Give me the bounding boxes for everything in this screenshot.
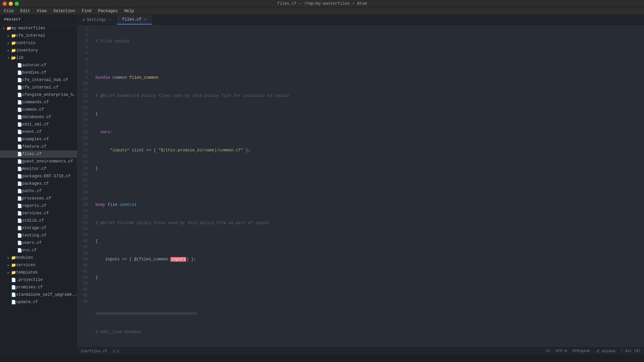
- sidebar-item-examples[interactable]: 📄 examples.cf: [0, 136, 77, 143]
- sidebar-item-edit_xml[interactable]: 📄 edit_xml.cf: [0, 121, 77, 128]
- sidebar-item-standalone[interactable]: 📄 standalone_self_upgrade.cf: [0, 291, 77, 298]
- sidebar-item-cfengine_enterprise[interactable]: 📄 cfengine_enterprise_hub_ha.cf: [0, 91, 77, 99]
- file-icon: 📄: [11, 285, 16, 290]
- statusbar-github[interactable]: ⎇ GitHub: [595, 349, 615, 353]
- code-line-10: body file control: [95, 202, 644, 208]
- file-icon: 📄: [17, 93, 22, 98]
- sidebar-item-paths[interactable]: 📄 paths.cf: [0, 187, 77, 195]
- close-window-button[interactable]: [3, 2, 7, 6]
- statusbar-git[interactable]: ↑ Git (0): [621, 349, 641, 353]
- sidebar: Project ▾ 📁 my-masterfiles ▸ 📁 cfe_inter…: [0, 15, 77, 355]
- sidebar-label-commands: commands.cf: [22, 100, 77, 105]
- sidebar-label-cfe_internal: cfe_internal: [16, 33, 77, 38]
- sidebar-item-services-folder[interactable]: ▸ 📁 services: [0, 261, 77, 269]
- sidebar-item-testing[interactable]: 📄 testing.cf: [0, 232, 77, 239]
- statusbar-charset[interactable]: UTF-8: [556, 349, 567, 353]
- chevron-down-icon: ▾: [6, 56, 11, 61]
- menu-packages[interactable]: Packages: [97, 8, 119, 14]
- sidebar-label-paths: paths.cf: [22, 189, 77, 193]
- menu-selection[interactable]: Selection: [52, 8, 76, 14]
- code-editor[interactable]: # Files bodies bundle common files_commo…: [91, 25, 644, 347]
- sidebar-item-root[interactable]: ▾ 📁 my-masterfiles: [0, 25, 77, 32]
- sidebar-label-standalone: standalone_self_upgrade.cf: [16, 292, 77, 297]
- sidebar-item-templates[interactable]: ▸ 📁 templates: [0, 269, 77, 276]
- file-icon: 📄: [17, 196, 22, 201]
- code-line-9: [95, 184, 644, 190]
- code-line-2: [95, 57, 644, 63]
- sidebar-item-monitor[interactable]: 📄 monitor.cf: [0, 165, 77, 173]
- code-line-13: inputs => { @(files_common.inputs) };: [95, 256, 644, 262]
- code-line-7: "inputs" slist => { "$(this.promise_dirn…: [95, 147, 644, 153]
- menu-edit[interactable]: Edit: [19, 8, 32, 14]
- code-line-4: # @brief Enumerate policy files used by …: [95, 93, 644, 99]
- sidebar-item-lib[interactable]: ▾ 📂 lib: [0, 54, 77, 62]
- sidebar-item-update[interactable]: 📄 update.cf: [0, 298, 77, 306]
- sidebar-label-stdlib: stdlib.cf: [22, 218, 77, 223]
- sidebar-item-cfe_internal[interactable]: ▸ 📁 cfe_internal: [0, 32, 77, 39]
- sidebar-item-stdlib[interactable]: 📄 stdlib.cf: [0, 217, 77, 224]
- tab-settings-close[interactable]: ✕: [109, 17, 111, 22]
- settings-icon: ⚙: [83, 18, 85, 22]
- sidebar-item-cfe_internal_hub[interactable]: 📄 cfe_internal_hub.cf: [0, 76, 77, 84]
- statusbar-right: LF UTF-8 CFEngine ⎇ GitHub ↑ Git (0): [546, 349, 641, 353]
- sidebar-item-files[interactable]: 📄 files.cf: [0, 150, 77, 158]
- menu-find[interactable]: Find: [80, 8, 93, 14]
- sidebar-label-lib: lib: [16, 56, 77, 60]
- tab-files-cf-close[interactable]: ✕: [144, 17, 147, 22]
- sidebar-item-commands[interactable]: 📄 commands.cf: [0, 99, 77, 106]
- sidebar-item-databases[interactable]: 📄 databases.cf: [0, 113, 77, 121]
- statusbar-grammar[interactable]: CFEngine: [572, 349, 590, 353]
- sidebar-label-cfengine_enterprise: cfengine_enterprise_hub_ha.cf: [22, 93, 77, 97]
- sidebar-item-controls[interactable]: ▸ 📁 controls: [0, 39, 77, 47]
- maximize-window-button[interactable]: [15, 2, 19, 6]
- sidebar-item-feature[interactable]: 📄 feature.cf: [0, 143, 77, 150]
- sidebar-item-modules[interactable]: ▸ 📁 modules: [0, 254, 77, 261]
- sidebar-item-storage[interactable]: 📄 storage.cf: [0, 224, 77, 232]
- menu-view[interactable]: View: [36, 8, 48, 14]
- sidebar-item-processes[interactable]: 📄 processes.cf: [0, 195, 77, 202]
- sidebar-item-projectile[interactable]: 📄 .projectile: [0, 276, 77, 284]
- sidebar-item-packages-ent[interactable]: 📄 packages-ENT-3719.cf: [0, 173, 77, 180]
- sidebar-label-files: files.cf: [22, 152, 77, 156]
- tab-files-cf[interactable]: files.cf ✕: [117, 15, 152, 25]
- sidebar-item-guest_environments[interactable]: 📄 guest_environments.cf: [0, 158, 77, 165]
- sidebar-item-common[interactable]: 📄 common.cf: [0, 106, 77, 113]
- file-icon: 📄: [17, 174, 22, 179]
- code-line-12: {: [95, 238, 644, 244]
- sidebar-label-promises: promises.cf: [16, 285, 77, 290]
- menu-help[interactable]: Help: [123, 8, 135, 14]
- titlebar: files.cf — /tmp/my-masterfiles — Atom: [0, 0, 644, 7]
- sidebar-item-inventory[interactable]: ▸ 📁 inventory: [0, 47, 77, 54]
- chevron-right-icon: ▸: [6, 33, 11, 38]
- file-icon: 📄: [17, 107, 22, 112]
- sidebar-item-packages[interactable]: 📄 packages.cf: [0, 180, 77, 187]
- sidebar-label-cfe_internal_cf: cfe_internal.cf: [22, 85, 77, 90]
- editor-content[interactable]: 1 2 3 4 5 6 7 8 9 10 11 12 13 14 15 16 1…: [77, 25, 644, 347]
- sidebar-item-vcs[interactable]: 📄 vcs.cf: [0, 247, 77, 254]
- window-title: files.cf — /tmp/my-masterfiles — Atom: [277, 1, 367, 6]
- file-icon: 📄: [17, 248, 22, 253]
- sidebar-label-edit_xml: edit_xml.cf: [22, 122, 77, 127]
- tab-settings[interactable]: ⚙ Settings ✕: [77, 15, 117, 25]
- titlebar-window-controls[interactable]: [3, 2, 19, 6]
- sidebar-item-promises[interactable]: 📄 promises.cf: [0, 284, 77, 291]
- statusbar-encoding[interactable]: LF: [546, 349, 550, 353]
- tab-settings-label: Settings: [87, 17, 106, 22]
- folder-icon: 📁: [11, 255, 16, 260]
- sidebar-item-reports[interactable]: 📄 reports.cf: [0, 202, 77, 210]
- code-line-17: # edit_line bundles: [95, 329, 644, 335]
- chevron-right-icon: ▸: [6, 263, 11, 268]
- sidebar-item-services-cf[interactable]: 📄 services.cf: [0, 210, 77, 217]
- sidebar-item-cfe_internal_cf[interactable]: 📄 cfe_internal.cf: [0, 84, 77, 91]
- folder-open-icon: 📂: [11, 56, 16, 61]
- sidebar-item-users[interactable]: 📄 users.cf: [0, 239, 77, 247]
- file-icon: 📄: [17, 130, 22, 135]
- menu-file[interactable]: File: [3, 8, 15, 14]
- folder-icon: 📁: [6, 26, 11, 31]
- sidebar-item-bundles[interactable]: 📄 bundles.cf: [0, 69, 77, 76]
- menubar: File Edit View Selection Find Packages H…: [0, 7, 644, 15]
- sidebar-item-autorun[interactable]: 📄 autorun.cf: [0, 62, 77, 69]
- sidebar-item-event[interactable]: 📄 event.cf: [0, 128, 77, 136]
- sidebar-label-packages: packages.cf: [22, 181, 77, 186]
- minimize-window-button[interactable]: [9, 2, 13, 6]
